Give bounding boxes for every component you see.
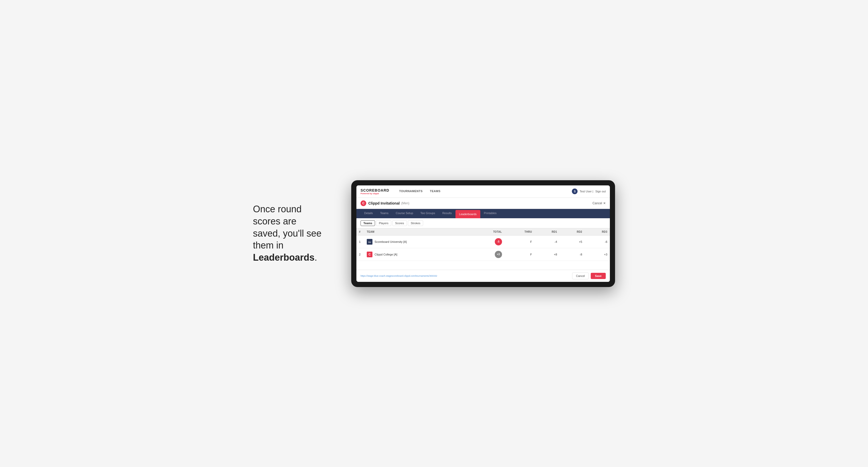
row2-thru: F xyxy=(505,248,535,261)
tab-printables[interactable]: Printables xyxy=(480,209,500,218)
logo-area: SCOREBOARD Powered by clippd xyxy=(361,188,389,195)
team-logo-clippd: C xyxy=(367,252,372,257)
team-logo-su: SU xyxy=(367,239,372,245)
filter-players-btn[interactable]: Players xyxy=(376,220,391,226)
col-rd3: RD3 xyxy=(585,228,610,236)
row2-rd3: +3 xyxy=(585,248,610,261)
table-row: 1 SU Scoreboard Universit xyxy=(356,235,610,248)
tab-results[interactable]: Results xyxy=(439,209,456,218)
row2-rd2: -8 xyxy=(560,248,585,261)
row2-total: +3 xyxy=(471,248,505,261)
sub-tabs: Details Teams Course Setup Tee Groups Re… xyxy=(356,209,610,218)
tab-teams[interactable]: Teams xyxy=(377,209,392,218)
col-rd2: RD2 xyxy=(560,228,585,236)
table-header-row: # TEAM TOTAL THRU RD1 RD2 RD3 xyxy=(356,228,610,236)
user-name: Test User | xyxy=(580,190,593,193)
top-nav: SCOREBOARD Powered by clippd TOURNAMENTS… xyxy=(356,185,610,198)
row1-rank: 1 xyxy=(356,235,364,248)
table-row: 2 C Clippd College [A] xyxy=(356,248,610,261)
row1-rd2: +5 xyxy=(560,235,585,248)
filter-teams-btn[interactable]: Teams xyxy=(361,220,375,226)
tablet-screen: SCOREBOARD Powered by clippd TOURNAMENTS… xyxy=(356,185,610,282)
user-avatar: S xyxy=(572,188,578,194)
sidebar-text: Once round scores are saved, you'll see … xyxy=(253,203,336,264)
team-name-1: Scoreboard University [A] xyxy=(374,240,407,243)
tab-leaderboards[interactable]: Leaderboards xyxy=(456,210,480,218)
page-layout: Once round scores are saved, you'll see … xyxy=(253,180,615,287)
leaderboard-table-container: # TEAM TOTAL THRU RD1 RD2 RD3 1 xyxy=(356,228,610,270)
footer-save-btn[interactable]: Save xyxy=(591,273,606,279)
row1-total: -5 xyxy=(471,235,505,248)
row2-team: C Clippd College [A] xyxy=(364,248,471,261)
tournament-cancel-btn[interactable]: Cancel ✕ xyxy=(593,201,606,205)
sidebar-period: . xyxy=(314,252,317,263)
sidebar-line3: saved, you'll see xyxy=(253,228,321,239)
row1-rd3: -6 xyxy=(585,235,610,248)
col-total: TOTAL xyxy=(471,228,505,236)
col-rd1: RD1 xyxy=(535,228,560,236)
footer-bar: https://stage-blue-coach.stagescoreboard… xyxy=(356,270,610,282)
team-cell: SU Scoreboard University [A] xyxy=(367,239,469,245)
filter-scores-btn[interactable]: Scores xyxy=(392,220,407,226)
logo-powered: Powered by clippd xyxy=(361,192,389,195)
row2-rank: 2 xyxy=(356,248,364,261)
row1-thru: F xyxy=(505,235,535,248)
logo-text: SCOREBOARD xyxy=(361,188,389,192)
nav-right: S Test User | Sign out xyxy=(572,188,606,194)
filter-bar: Teams Players Scores Strokes xyxy=(356,218,610,228)
col-rank: # xyxy=(356,228,364,236)
sidebar-bold: Leaderboards xyxy=(253,252,314,263)
nav-links: TOURNAMENTS TEAMS xyxy=(396,185,572,198)
tab-tee-groups[interactable]: Tee Groups xyxy=(417,209,439,218)
row1-team: SU Scoreboard University [A] xyxy=(364,235,471,248)
sidebar-line2: scores are xyxy=(253,216,297,226)
svg-text:SU: SU xyxy=(368,241,371,243)
filter-strokes-btn[interactable]: Strokes xyxy=(408,220,423,226)
sidebar-line1: Once round xyxy=(253,204,302,214)
close-icon: ✕ xyxy=(603,201,606,205)
svg-text:C: C xyxy=(369,253,371,256)
footer-cancel-btn[interactable]: Cancel xyxy=(572,273,589,279)
tournament-subtitle: (Men) xyxy=(401,201,409,205)
sign-out-link[interactable]: Sign out xyxy=(595,190,606,193)
score-badge-1: -5 xyxy=(495,238,502,245)
col-team: TEAM xyxy=(364,228,471,236)
team-cell: C Clippd College [A] xyxy=(367,252,469,257)
score-badge-2: +3 xyxy=(495,251,502,258)
leaderboard-table: # TEAM TOTAL THRU RD1 RD2 RD3 1 xyxy=(356,228,610,261)
logo-brand: clippd xyxy=(373,192,379,195)
sidebar-line4: them in xyxy=(253,240,283,251)
nav-teams[interactable]: TEAMS xyxy=(426,185,444,198)
team-name-2: Clippd College [A] xyxy=(374,253,397,256)
footer-url: https://stage-blue-coach.stagescoreboard… xyxy=(361,275,437,277)
tournament-header: C Clippd Invitational (Men) Cancel ✕ xyxy=(356,198,610,209)
col-thru: THRU xyxy=(505,228,535,236)
tournament-icon: C xyxy=(361,200,366,206)
tablet-device: SCOREBOARD Powered by clippd TOURNAMENTS… xyxy=(351,180,615,287)
tab-details[interactable]: Details xyxy=(361,209,377,218)
nav-tournaments[interactable]: TOURNAMENTS xyxy=(396,185,426,198)
row1-rd1: -4 xyxy=(535,235,560,248)
tournament-title: Clippd Invitational xyxy=(368,201,400,205)
tab-course-setup[interactable]: Course Setup xyxy=(392,209,417,218)
row2-rd1: +8 xyxy=(535,248,560,261)
